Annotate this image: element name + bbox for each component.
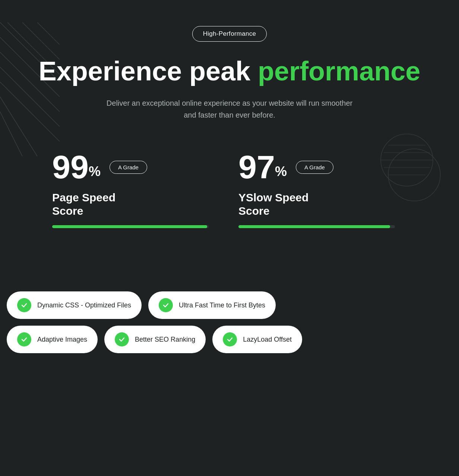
lazyload-label: LazyLoad Offset bbox=[243, 336, 292, 344]
metric-header: 99% A Grade bbox=[52, 151, 209, 183]
metric-number-yslow: 97% bbox=[238, 151, 287, 183]
dynamic-css-label: Dynamic CSS - Optimized Files bbox=[37, 301, 131, 309]
yslow-label: YSlow SpeedScore bbox=[238, 191, 395, 218]
adaptive-images-pill: Adaptive Images bbox=[7, 326, 98, 353]
metric-number-page-speed: 99% bbox=[52, 151, 101, 183]
hero-title-accent: performance bbox=[258, 56, 420, 86]
ultra-fast-pill: Ultra Fast Time to First Bytes bbox=[148, 291, 276, 319]
yslow-metric: 97% A Grade YSlow SpeedScore bbox=[238, 151, 395, 228]
page-speed-progress-bg bbox=[52, 225, 209, 228]
check-icon-adaptive-images bbox=[17, 332, 31, 346]
page-speed-metric: 99% A Grade Page SpeedScore bbox=[52, 151, 209, 228]
features-section: Dynamic CSS - Optimized Files Ultra Fast… bbox=[0, 291, 459, 353]
yslow-grade: A Grade bbox=[296, 161, 333, 174]
ultra-fast-label: Ultra Fast Time to First Bytes bbox=[179, 301, 265, 309]
better-seo-label: Better SEO Ranking bbox=[135, 336, 195, 344]
yslow-metric-header: 97% A Grade bbox=[238, 151, 395, 183]
page-speed-progress-fill bbox=[52, 225, 207, 228]
better-seo-pill: Better SEO Ranking bbox=[104, 326, 206, 353]
hero-subtitle: Deliver an exceptional online experience… bbox=[103, 97, 356, 121]
metrics-row: 99% A Grade Page SpeedScore 97% A Grade … bbox=[30, 151, 429, 228]
yslow-progress-bg bbox=[238, 225, 395, 228]
page-speed-label: Page SpeedScore bbox=[52, 191, 209, 218]
dynamic-css-pill: Dynamic CSS - Optimized Files bbox=[7, 291, 142, 319]
badge-container: High-Performance bbox=[30, 26, 429, 42]
yslow-progress-fill bbox=[238, 225, 390, 228]
high-performance-badge: High-Performance bbox=[192, 26, 267, 42]
hero-title-start: Experience peak bbox=[39, 56, 258, 86]
adaptive-images-label: Adaptive Images bbox=[37, 336, 87, 344]
lazyload-pill: LazyLoad Offset bbox=[212, 326, 302, 353]
check-icon-dynamic-css bbox=[17, 298, 31, 312]
hero-title: Experience peak performance bbox=[30, 57, 429, 86]
badge-label: High-Performance bbox=[203, 30, 256, 37]
check-icon-ultra-fast bbox=[159, 298, 173, 312]
page-speed-grade: A Grade bbox=[110, 161, 147, 174]
check-icon-better-seo bbox=[115, 332, 129, 346]
check-icon-lazyload bbox=[223, 332, 237, 346]
